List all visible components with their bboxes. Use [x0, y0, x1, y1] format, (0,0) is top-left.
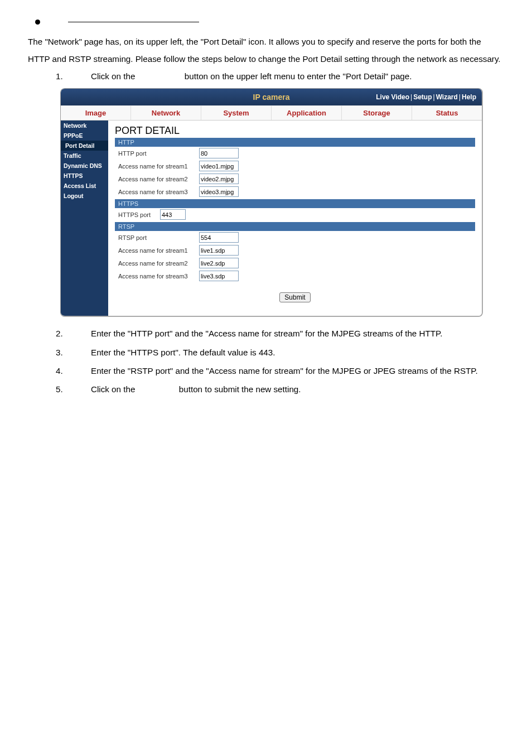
step-number: 1.: [28, 68, 91, 85]
sidebar-item-logout[interactable]: Logout: [61, 191, 108, 201]
section-rtsp: RTSP: [115, 222, 475, 231]
link-setup[interactable]: Setup: [413, 93, 432, 101]
sidebar-item-access-list[interactable]: Access List: [61, 181, 108, 191]
sidebar: Network PPPoE Port Detail Traffic Dynami…: [61, 121, 108, 316]
step-number: 3.: [28, 344, 91, 361]
input-http-port[interactable]: [199, 148, 239, 158]
content-title: PORT DETAIL: [115, 125, 475, 137]
tab-system[interactable]: System: [201, 105, 272, 120]
sidebar-item-port-detail[interactable]: Port Detail: [61, 141, 108, 151]
input-access-stream3[interactable]: [199, 186, 239, 197]
header-links: Live Video|Setup|Wizard|Help: [376, 93, 482, 101]
tab-status[interactable]: Status: [412, 105, 482, 120]
label-https-port: HTTPS port: [118, 211, 160, 218]
tab-network[interactable]: Network: [131, 105, 201, 120]
input-https-port[interactable]: [160, 209, 186, 220]
input-rtsp-stream1[interactable]: [199, 245, 239, 256]
tab-bar: Image Network System Application Storage…: [61, 105, 482, 121]
sidebar-item-dynamic-dns[interactable]: Dynamic DNS: [61, 161, 108, 171]
step-text: Enter the "HTTPS port". The default valu…: [91, 344, 504, 361]
input-rtsp-port[interactable]: [199, 232, 239, 243]
tab-image[interactable]: Image: [61, 105, 131, 120]
step-number: 4.: [28, 362, 91, 379]
step-number: 5.: [28, 381, 91, 398]
link-wizard[interactable]: Wizard: [436, 93, 458, 101]
underline: [68, 22, 199, 22]
tab-application[interactable]: Application: [272, 105, 342, 120]
label-rtsp-stream1: Access name for stream1: [118, 247, 199, 254]
sidebar-item-network[interactable]: Network: [61, 121, 108, 131]
label-access-stream3: Access name for stream3: [118, 189, 199, 195]
content-panel: PORT DETAIL HTTP HTTP port Access name f…: [108, 121, 482, 316]
input-access-stream2[interactable]: [199, 174, 239, 184]
label-access-stream2: Access name for stream2: [118, 176, 199, 182]
label-http-port: HTTP port: [118, 150, 199, 157]
input-access-stream1[interactable]: [199, 161, 239, 171]
label-rtsp-port: RTSP port: [118, 234, 199, 241]
step-number: 2.: [28, 325, 91, 342]
bullet-icon: [35, 20, 40, 25]
step-text: Click on the button to submit the new se…: [91, 381, 504, 398]
intro-paragraph: The "Network" page has, on its upper lef…: [28, 33, 504, 68]
label-rtsp-stream3: Access name for stream3: [118, 273, 199, 280]
input-rtsp-stream3[interactable]: [199, 271, 239, 281]
label-access-stream1: Access name for stream1: [118, 163, 199, 170]
ui-header: IP camera Live Video|Setup|Wizard|Help: [61, 89, 482, 105]
section-http: HTTP: [115, 138, 475, 147]
submit-button[interactable]: Submit: [279, 292, 310, 302]
label-rtsp-stream2: Access name for stream2: [118, 260, 199, 267]
sidebar-item-traffic[interactable]: Traffic: [61, 151, 108, 161]
sidebar-item-pppoe[interactable]: PPPoE: [61, 131, 108, 141]
ui-title: IP camera: [253, 93, 290, 102]
tab-storage[interactable]: Storage: [342, 105, 412, 120]
step-text: Click on the button on the upper left me…: [91, 68, 504, 85]
link-help[interactable]: Help: [462, 93, 476, 101]
embedded-ui: IP camera Live Video|Setup|Wizard|Help I…: [60, 88, 483, 317]
link-live-video[interactable]: Live Video: [376, 93, 409, 101]
step-text: Enter the "RSTP port" and the "Access na…: [91, 362, 504, 379]
sidebar-item-https[interactable]: HTTPS: [61, 171, 108, 181]
section-bullet: [28, 20, 504, 25]
section-https: HTTPS: [115, 199, 475, 208]
input-rtsp-stream2[interactable]: [199, 258, 239, 268]
step-text: Enter the "HTTP port" and the "Access na…: [91, 325, 504, 342]
